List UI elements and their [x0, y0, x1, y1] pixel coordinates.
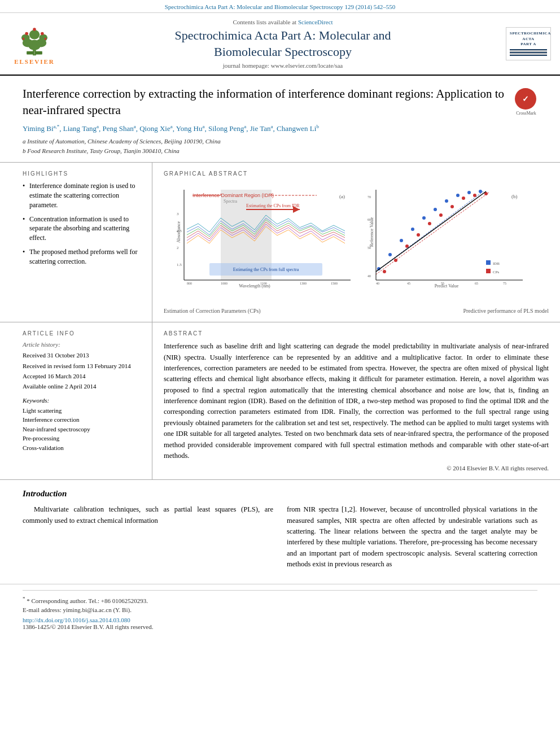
affiliation-a: a Institute of Automation, Chinese Acade…	[23, 137, 537, 146]
corresponding-note: * * Corresponding author. Tel.: +86 0106…	[23, 595, 537, 605]
svg-text:CPs: CPs	[493, 270, 500, 274]
journal-logo-text: SPECTROCHIMICAACTAPART A	[510, 31, 547, 46]
keyword-4: Pre-processing	[23, 434, 143, 443]
svg-point-43	[400, 239, 403, 242]
graphical-abstract-col: GRAPHICAL ABSTRACT Interference Dominant…	[152, 163, 560, 322]
abstract-label: ABSTRACT	[164, 330, 549, 337]
article-history-title: Article history:	[23, 341, 143, 348]
svg-point-47	[445, 199, 448, 203]
journal-citation-bar: Spectrochimica Acta Part A: Molecular an…	[0, 0, 560, 13]
highlights-list: Interference dominate region is used to …	[23, 181, 143, 266]
svg-point-49	[467, 191, 471, 194]
elsevier-logo: ELSEVIER	[9, 23, 60, 65]
svg-point-4	[21, 34, 30, 41]
svg-point-5	[39, 34, 47, 41]
abstract-text: Interference such as baseline drift and …	[164, 341, 549, 461]
svg-text:800: 800	[187, 282, 192, 285]
svg-line-62	[376, 193, 489, 274]
graphical-abstract-labels: Estimation of Correction Parameters (CPs…	[164, 308, 549, 314]
svg-point-51	[383, 270, 386, 273]
crossmark-badge: ✓ CrossMark	[515, 88, 537, 116]
article-title-section: Interference correction by extracting th…	[0, 76, 560, 163]
intro-right-text: from NIR spectra [1,2]. However, because…	[287, 504, 537, 570]
keyword-3: Near-infrared spectroscopy	[23, 425, 143, 434]
sciencedirect-link[interactable]: ScienceDirect	[298, 19, 333, 25]
keyword-5: Cross-validation	[23, 443, 143, 453]
svg-text:60: 60	[368, 218, 371, 221]
svg-line-63	[376, 191, 486, 272]
graphical-abstract-label: GRAPHICAL ABSTRACT	[164, 171, 549, 177]
svg-point-57	[450, 205, 454, 208]
svg-point-50	[479, 190, 482, 193]
elsevier-brand: ELSEVIER	[14, 58, 55, 65]
svg-text:Spectra: Spectra	[224, 199, 237, 204]
svg-text:Predict Value: Predict Value	[435, 283, 459, 289]
abstract-paragraph: Interference such as baseline drift and …	[164, 341, 549, 461]
svg-point-56	[439, 213, 443, 217]
svg-text:1300: 1300	[300, 282, 307, 285]
svg-point-8	[41, 32, 44, 35]
ga-left-label: Estimation of Correction Parameters (CPs…	[164, 308, 261, 314]
doi-link[interactable]: http://dx.doi.org/10.1016/j.saa.2014.03.…	[23, 617, 537, 623]
svg-text:✓: ✓	[522, 95, 529, 103]
svg-text:IDR: IDR	[493, 261, 500, 266]
svg-text:40: 40	[376, 282, 379, 285]
keywords-title: Keywords:	[23, 397, 143, 404]
svg-point-6	[29, 30, 40, 40]
svg-text:Absorbance: Absorbance	[176, 221, 181, 243]
svg-text:3: 3	[177, 212, 179, 216]
svg-rect-79	[486, 269, 491, 273]
article-info-col: ARTICLE INFO Article history: Received 3…	[0, 322, 152, 479]
intro-title: Introduction	[23, 489, 537, 499]
svg-point-54	[417, 233, 420, 237]
svg-text:Estimating the CPs from full s: Estimating the CPs from full spectra	[233, 267, 299, 272]
svg-point-9	[33, 28, 36, 31]
svg-text:65: 65	[475, 282, 478, 285]
highlight-item-3: The proposed method preforms well for sc…	[23, 247, 143, 267]
svg-text:55: 55	[441, 282, 444, 285]
svg-point-42	[388, 253, 392, 256]
crossmark-label: CrossMark	[515, 111, 537, 116]
copyright-line: © 2014 Elsevier B.V. All rights reserved…	[164, 465, 549, 471]
journal-header: ELSEVIER Contents lists available at Sci…	[0, 13, 560, 76]
svg-text:1100: 1100	[260, 282, 267, 285]
intro-left-col: Multivariate calibration techniques, suc…	[23, 504, 273, 574]
journal-center: Contents lists available at ScienceDirec…	[69, 19, 497, 69]
introduction-section: Introduction Multivariate calibration te…	[0, 480, 560, 574]
contents-line: Contents lists available at ScienceDirec…	[69, 19, 497, 25]
doi-anchor[interactable]: http://dx.doi.org/10.1016/j.saa.2014.03.…	[23, 617, 130, 623]
highlights-col: HIGHLIGHTS Interference dominate region …	[0, 163, 152, 322]
footer-divider: * * Corresponding author. Tel.: +86 0106…	[23, 590, 537, 631]
journal-homepage: journal homepage: www.elsevier.com/locat…	[69, 62, 497, 69]
journal-title: Spectrochimica Acta Part A: Molecular an…	[69, 28, 497, 60]
logo-decoration	[510, 49, 547, 56]
article-title: Interference correction by extracting th…	[23, 86, 509, 118]
elsevier-tree-icon	[15, 23, 54, 57]
svg-text:1.5: 1.5	[177, 263, 182, 267]
svg-rect-77	[486, 260, 491, 265]
graphical-abstract-chart: Interference Dominant Region (IDR) Spect…	[164, 181, 549, 305]
svg-text:2: 2	[177, 246, 179, 250]
article-title-row: Interference correction by extracting th…	[23, 86, 537, 124]
affiliations: a Institute of Automation, Chinese Acade…	[23, 137, 537, 155]
svg-text:(b): (b)	[511, 194, 518, 199]
footer: * * Corresponding author. Tel.: +86 0106…	[0, 584, 560, 636]
keyword-1: Light scattering	[23, 406, 143, 416]
svg-text:40: 40	[368, 274, 371, 278]
graphical-abstract-svg: Interference Dominant Region (IDR) Spect…	[164, 181, 549, 305]
svg-point-7	[25, 32, 28, 35]
highlights-section: HIGHLIGHTS Interference dominate region …	[0, 163, 560, 322]
svg-point-45	[422, 216, 426, 220]
svg-text:50: 50	[368, 246, 371, 250]
ga-right-label: Predictive performance of PLS model	[463, 308, 549, 314]
svg-text:70: 70	[368, 195, 371, 199]
svg-point-58	[462, 196, 465, 200]
article-info-section: ARTICLE INFO Article history: Received 3…	[0, 322, 560, 480]
email-note: E-mail address: yiming.bi@ia.ac.cn (Y. B…	[23, 605, 537, 615]
svg-text:Estimating the CPs from IDR: Estimating the CPs from IDR	[246, 203, 300, 208]
revised-date: Received in revised form 13 February 201…	[23, 362, 143, 370]
journal-citation: Spectrochimica Acta Part A: Molecular an…	[165, 3, 396, 10]
svg-point-11	[45, 37, 47, 40]
article-title-text: Interference correction by extracting th…	[23, 86, 509, 124]
authors-line: Yiming Bia,*, Liang Tanga, Peng Shana, Q…	[23, 124, 537, 133]
